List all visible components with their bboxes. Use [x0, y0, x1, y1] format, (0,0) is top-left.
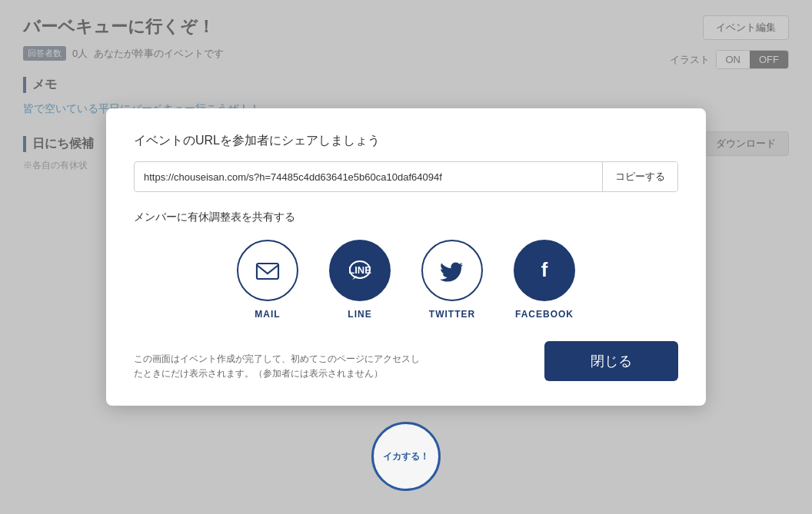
stamp: イカする！	[371, 422, 441, 491]
facebook-circle: f	[514, 240, 575, 301]
line-icon: LINE	[346, 257, 374, 284]
facebook-icon: f	[531, 257, 558, 284]
close-modal-button[interactable]: 閉じる	[544, 341, 678, 381]
svg-text:f: f	[541, 258, 548, 281]
modal-footer: この画面はイベント作成が完了して、初めてこのページにアクセスしたときにだけ表示さ…	[134, 341, 678, 381]
social-item-line[interactable]: LINE LINE	[329, 240, 391, 320]
share-modal: イベントのURLを参加者にシェアしましょう コピーする メンバーに有休調整表を共…	[106, 108, 706, 406]
line-label: LINE	[348, 309, 371, 320]
social-icons-row: MAIL LINE LINE	[134, 240, 678, 320]
social-item-mail[interactable]: MAIL	[237, 240, 298, 320]
footer-note: この画面はイベント作成が完了して、初めてこのページにアクセスしたときにだけ表示さ…	[134, 352, 426, 381]
url-row: コピーする	[134, 161, 678, 192]
mail-circle	[237, 240, 298, 301]
social-item-twitter[interactable]: TWITTER	[421, 240, 483, 320]
svg-rect-0	[257, 264, 278, 279]
mail-icon	[254, 257, 281, 284]
stamp-text: イカする！	[383, 450, 429, 463]
share-section-title: メンバーに有休調整表を共有する	[134, 211, 678, 224]
svg-text:LINE: LINE	[348, 264, 371, 276]
modal-overlay: イベントのURLを参加者にシェアしましょう コピーする メンバーに有休調整表を共…	[0, 0, 812, 514]
copy-url-button[interactable]: コピーする	[602, 162, 677, 191]
social-item-facebook[interactable]: f FACEBOOK	[514, 240, 575, 320]
twitter-circle	[421, 240, 483, 301]
twitter-label: TWITTER	[429, 309, 475, 320]
twitter-icon	[438, 257, 466, 284]
line-circle: LINE	[329, 240, 391, 301]
url-section-title: イベントのURLを参加者にシェアしましょう	[134, 133, 678, 149]
mail-label: MAIL	[255, 309, 280, 320]
url-input[interactable]	[135, 164, 602, 191]
facebook-label: FACEBOOK	[515, 309, 574, 320]
